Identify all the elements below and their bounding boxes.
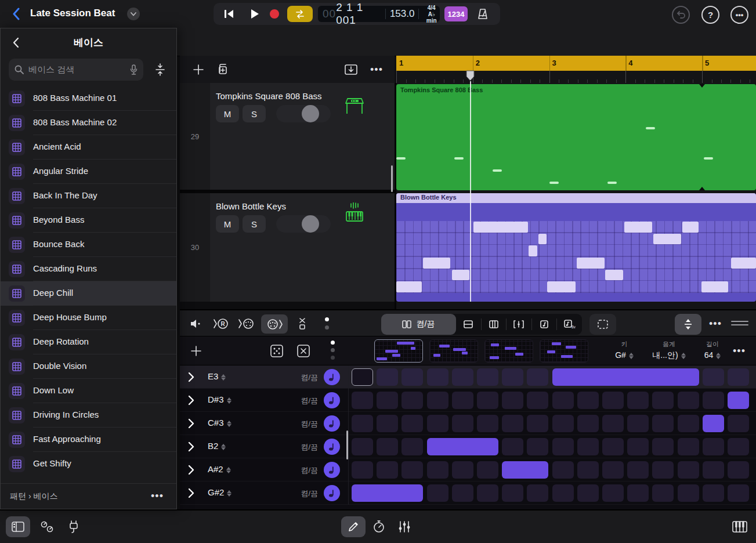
row-note-value-button[interactable] — [324, 415, 340, 432]
row-note-value-button[interactable] — [324, 392, 340, 408]
row-note-name[interactable]: G#2 — [208, 487, 231, 497]
step-cell[interactable] — [552, 461, 574, 479]
step-cell[interactable] — [427, 461, 448, 479]
step-cell[interactable] — [552, 392, 574, 409]
step-cell[interactable] — [728, 438, 749, 455]
row-onoff-label[interactable]: 켬/끔 — [290, 372, 318, 383]
row-note-name[interactable]: E3 — [208, 371, 226, 381]
help-button[interactable]: ? — [701, 6, 719, 24]
mute-button[interactable]: M — [216, 105, 239, 122]
row-note-name[interactable]: C#3 — [208, 418, 231, 428]
row-onoff-label[interactable]: 켬/끔 — [290, 465, 318, 476]
step-cell[interactable] — [552, 438, 574, 455]
step-cell[interactable] — [627, 461, 649, 479]
segment-note[interactable] — [532, 314, 557, 335]
step-cell[interactable] — [678, 461, 699, 479]
pattern-thumbnail[interactable] — [484, 339, 533, 363]
faders-button[interactable] — [395, 517, 414, 536]
sequencer-scrollbar[interactable] — [346, 430, 348, 459]
mute-button[interactable]: M — [216, 215, 239, 233]
step-cell[interactable] — [377, 415, 398, 432]
step-cell[interactable] — [577, 438, 599, 455]
loop-list-item[interactable]: Ancient Acid — [1, 135, 176, 160]
step-cell[interactable] — [728, 484, 749, 502]
add-track-button[interactable] — [190, 61, 207, 78]
step-cell[interactable] — [728, 415, 749, 432]
step-cell[interactable] — [577, 461, 599, 479]
row-expand-chevron[interactable] — [188, 418, 198, 429]
step-cell[interactable] — [652, 415, 674, 432]
note-stepper[interactable] — [226, 467, 231, 473]
row-onoff-label[interactable]: 켬/끔 — [290, 442, 318, 453]
segment-velocity[interactable] — [456, 314, 481, 335]
step-cell[interactable] — [427, 484, 448, 502]
cycle-range-band[interactable]: 12345 — [396, 56, 756, 71]
step-cell[interactable] — [728, 368, 749, 386]
row-expand-chevron[interactable] — [188, 395, 198, 406]
row-note-value-button[interactable] — [324, 485, 340, 501]
step-cell[interactable] — [527, 438, 548, 455]
row-expand-chevron[interactable] — [188, 372, 198, 382]
editor-more-button[interactable]: ••• — [705, 316, 726, 331]
editor-page-dots[interactable] — [325, 317, 329, 330]
track-list-more-button[interactable]: ••• — [367, 63, 386, 77]
mic-dictation-icon[interactable] — [130, 64, 138, 75]
loop-list-item[interactable]: Bounce Back — [1, 233, 176, 257]
volume-slider-knob[interactable] — [302, 215, 319, 233]
segment-octave-8va[interactable]: 8va — [557, 314, 582, 335]
step-cell[interactable] — [427, 392, 448, 409]
loop-list-item[interactable]: Beyond Bass — [1, 208, 176, 233]
step-cell[interactable] — [502, 392, 523, 409]
step-cell[interactable] — [703, 461, 724, 479]
play-button[interactable] — [244, 7, 266, 21]
loop-list-item[interactable]: Fast Approaching — [1, 428, 176, 452]
quantize-clock-button[interactable] — [369, 517, 389, 536]
step-cell[interactable] — [678, 438, 699, 455]
step-cell[interactable] — [427, 415, 448, 432]
step-note-bar[interactable] — [352, 484, 423, 502]
record-enable-button[interactable]: R — [211, 316, 231, 331]
step-cell[interactable] — [377, 368, 398, 386]
pattern-region-purple[interactable]: Blown Bottle Keys — [396, 193, 756, 302]
pattern-thumbnail[interactable] — [429, 339, 478, 363]
step-cell[interactable] — [452, 461, 473, 479]
step-cell[interactable] — [627, 392, 649, 409]
step-cell[interactable] — [627, 438, 649, 455]
loop-list-item[interactable]: Cascading Runs — [1, 257, 176, 281]
volume-slider[interactable] — [276, 105, 331, 122]
row-height-button[interactable] — [675, 314, 701, 335]
loop-list-item[interactable]: Deep House Bump — [1, 306, 176, 330]
length-control[interactable]: 길이 64 — [695, 340, 730, 360]
loop-list-item[interactable]: Down Low — [1, 379, 176, 403]
step-cell[interactable] — [477, 368, 498, 386]
step-cell[interactable] — [452, 392, 473, 409]
row-expand-chevron[interactable] — [188, 465, 198, 475]
playhead-line[interactable] — [470, 81, 471, 302]
step-cell[interactable] — [728, 461, 749, 479]
step-cell[interactable] — [352, 392, 373, 409]
cycle-button[interactable] — [287, 6, 313, 22]
loop-list-item[interactable]: 808 Bass Machine 02 — [1, 111, 176, 135]
note-stepper[interactable] — [221, 444, 226, 450]
scale-control[interactable]: 음계 내...안) — [644, 340, 694, 361]
step-cell[interactable] — [401, 392, 423, 409]
duplicate-track-button[interactable] — [215, 61, 231, 78]
row-note-value-button[interactable] — [324, 369, 340, 385]
import-track-button[interactable] — [342, 61, 360, 78]
step-cell[interactable] — [427, 368, 448, 386]
back-button[interactable] — [8, 6, 24, 22]
row-onoff-label[interactable]: 켬/끔 — [290, 419, 318, 429]
step-cell[interactable] — [401, 368, 423, 386]
row-note-name[interactable]: A#2 — [208, 464, 231, 474]
volume-slider-knob[interactable] — [302, 105, 319, 122]
row-expand-chevron[interactable] — [188, 441, 198, 452]
step-cell[interactable] — [602, 484, 624, 502]
pattern-more-button[interactable]: ••• — [729, 343, 750, 359]
midi-out-button[interactable] — [261, 314, 288, 334]
more-options-button[interactable]: ••• — [730, 6, 748, 24]
step-cell[interactable] — [352, 368, 373, 386]
note-stepper[interactable] — [227, 421, 231, 427]
step-cell[interactable] — [452, 484, 473, 502]
step-cell[interactable] — [652, 484, 674, 502]
loop-list-item[interactable]: Back In The Day — [1, 184, 176, 208]
